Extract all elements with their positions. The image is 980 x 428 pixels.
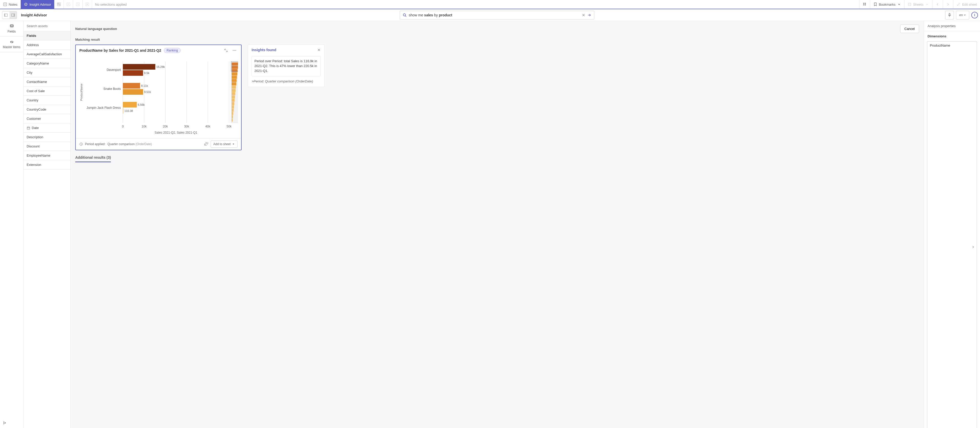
fields-search-input[interactable] — [25, 22, 68, 29]
field-label: Country — [27, 98, 38, 102]
sheets-button[interactable]: Sheets — [904, 0, 932, 9]
search-clear-button[interactable] — [582, 13, 585, 17]
svg-rect-80 — [232, 99, 235, 102]
field-item[interactable]: CategoryName — [24, 59, 70, 68]
analysis-properties-panel: Analysis properties Dimensions ProductNa… — [924, 21, 980, 428]
svg-rect-63 — [123, 108, 123, 114]
svg-rect-73 — [232, 76, 237, 79]
svg-rect-83 — [232, 108, 234, 111]
field-item[interactable]: Date — [24, 123, 70, 133]
rail-master-items[interactable]: Master items — [0, 37, 23, 52]
svg-rect-79 — [232, 95, 235, 99]
no-selections-text: No selections applied — [92, 3, 130, 6]
language-selector[interactable]: en — [956, 11, 969, 19]
svg-rect-13 — [863, 3, 864, 4]
additional-results-section: Additional results (3) — [75, 155, 919, 162]
chevron-right-icon — [946, 2, 950, 6]
field-label: Date — [32, 126, 39, 130]
selections-tool-icon — [863, 2, 867, 6]
analysis-properties-header: Analysis properties — [924, 21, 980, 31]
svg-line-24 — [406, 16, 406, 17]
bookmarks-button[interactable]: Bookmarks — [870, 0, 904, 9]
selection-back-button[interactable] — [64, 0, 73, 9]
chevron-down-icon — [964, 14, 966, 16]
edit-sheet-label: Edit sheet — [962, 3, 977, 6]
notes-label: Notes — [9, 3, 18, 6]
field-item[interactable]: Discount — [24, 142, 70, 151]
fields-header: Fields — [24, 31, 70, 40]
info-button[interactable]: i — [971, 12, 978, 18]
edit-sheet-button[interactable]: Edit sheet — [953, 0, 980, 9]
additional-results-label[interactable]: Additional results (3) — [75, 155, 111, 162]
rail-master-label: Master items — [3, 45, 21, 49]
svg-rect-51 — [123, 64, 155, 70]
svg-rect-74 — [232, 79, 237, 82]
search-submit-button[interactable] — [587, 13, 592, 17]
field-item[interactable]: City — [24, 68, 70, 77]
expand-chart-button[interactable] — [223, 48, 229, 53]
next-sheet-button[interactable] — [943, 0, 953, 9]
field-item[interactable]: CountryCode — [24, 105, 70, 114]
search-box[interactable]: show me sales by product — [400, 11, 594, 19]
panel-toggle-group — [2, 11, 17, 19]
svg-text:30k: 30k — [184, 125, 189, 128]
svg-text:Davenport: Davenport — [107, 68, 121, 72]
svg-rect-77 — [232, 89, 236, 92]
add-to-sheet-button[interactable]: Add to sheet — [211, 140, 237, 148]
field-item[interactable]: Country — [24, 96, 70, 105]
field-label: Extension — [27, 163, 41, 167]
svg-rect-69 — [232, 62, 238, 65]
field-item[interactable]: Cost of Sale — [24, 86, 70, 96]
chart-more-button[interactable] — [231, 48, 237, 53]
sheets-label: Sheets — [913, 3, 923, 6]
period-applied-label: Period applied: — [85, 142, 105, 146]
svg-rect-84 — [232, 112, 234, 115]
notes-button[interactable]: Notes — [0, 0, 21, 9]
close-insights-button[interactable] — [317, 48, 321, 52]
info-icon: i — [974, 13, 975, 17]
notes-icon — [3, 2, 7, 6]
rail-fields[interactable]: Fields — [0, 21, 23, 37]
svg-point-23 — [403, 14, 406, 16]
chevron-down-icon — [925, 2, 929, 6]
svg-point-38 — [235, 50, 236, 51]
svg-rect-30 — [27, 127, 30, 129]
feedback-button[interactable] — [204, 142, 208, 146]
selection-forward-button[interactable] — [73, 0, 83, 9]
chevron-right-icon — [972, 245, 974, 248]
svg-text:Sales 2021-Q2, Sales 2021-Q1: Sales 2021-Q2, Sales 2021-Q1 — [154, 131, 197, 134]
field-item[interactable]: AverageCallSatisfaction — [24, 50, 70, 59]
smart-search-icon — [57, 2, 61, 6]
matching-result-label: Matching result — [75, 38, 919, 41]
prev-sheet-button[interactable] — [932, 0, 943, 9]
dimension-item[interactable]: ProductName — [927, 41, 977, 428]
clock-icon — [80, 142, 83, 146]
field-item[interactable]: Extension — [24, 160, 70, 169]
svg-text:Jumpin Jack Flash Dress: Jumpin Jack Flash Dress — [86, 106, 121, 110]
field-label: Discount — [27, 144, 40, 148]
cancel-button[interactable]: Cancel — [900, 25, 919, 33]
period-applied-value: Quarter comparison (OrderDate) — [108, 142, 152, 146]
collapse-rail-button[interactable] — [3, 421, 7, 425]
field-item[interactable]: EmployeeName — [24, 151, 70, 160]
selection-back-icon — [66, 2, 70, 6]
language-label: en — [959, 13, 963, 17]
clear-selections-button[interactable] — [83, 0, 92, 9]
field-item[interactable]: ContactName — [24, 77, 70, 86]
right-panel-toggle[interactable] — [10, 11, 17, 19]
page-title: Insight Advisor — [19, 13, 49, 17]
voice-input-button[interactable] — [945, 11, 954, 19]
field-item[interactable]: Description — [24, 133, 70, 142]
svg-rect-17 — [908, 3, 911, 6]
field-item[interactable]: Customer — [24, 114, 70, 123]
field-label: EmployeeName — [27, 154, 51, 158]
svg-rect-15 — [863, 4, 864, 5]
left-panel-toggle[interactable] — [2, 11, 10, 19]
insight-advisor-button[interactable]: Insight Advisor — [21, 0, 54, 9]
svg-rect-14 — [865, 3, 866, 4]
selections-tool-button[interactable] — [859, 0, 870, 9]
bar-chart: 010k20k30k40k50k15.28k9.5kDavenport8.11k… — [80, 57, 238, 136]
smart-search-button[interactable] — [54, 0, 64, 9]
field-item[interactable]: Address — [24, 40, 70, 50]
svg-rect-16 — [865, 4, 866, 5]
